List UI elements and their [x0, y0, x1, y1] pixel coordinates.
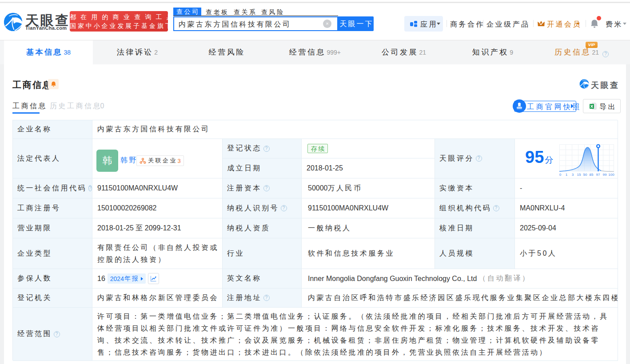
svg-text:3: 3 — [572, 173, 574, 177]
svg-text:50: 50 — [583, 173, 587, 177]
svg-text:85: 85 — [590, 173, 594, 177]
svg-text:97: 97 — [596, 173, 600, 177]
svg-text:100: 100 — [608, 173, 614, 177]
svg-text:15: 15 — [577, 173, 581, 177]
svg-text:0: 0 — [559, 173, 562, 177]
svg-text:1: 1 — [566, 173, 568, 177]
svg-text:99: 99 — [603, 173, 607, 177]
